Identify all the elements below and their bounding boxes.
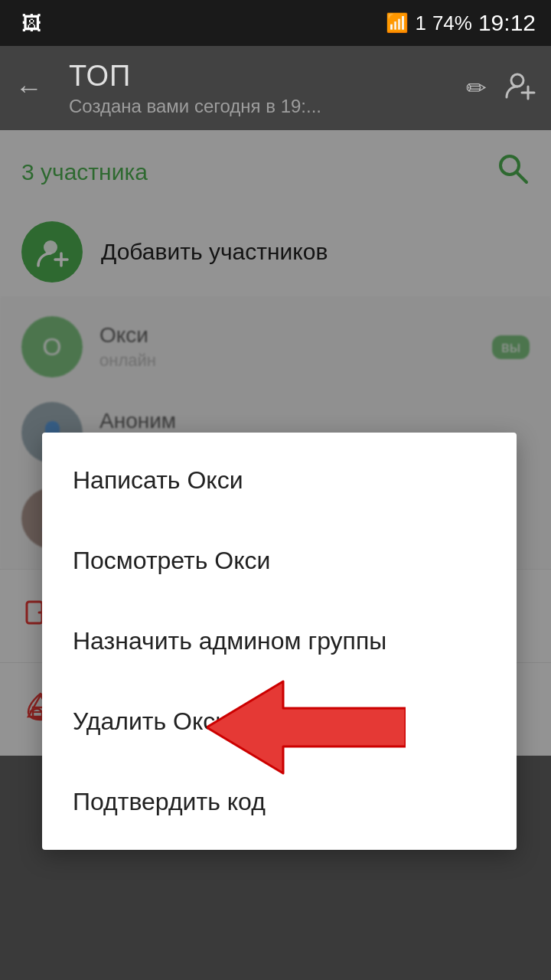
battery-level: 74%: [432, 11, 472, 35]
photo-icon: 🖼: [21, 11, 41, 35]
page-title: ТОП: [69, 60, 451, 93]
status-bar: 🖼 📶 1 74% 19:12: [0, 0, 551, 46]
arrow-annotation: [207, 666, 406, 789]
edit-button[interactable]: ✏: [466, 74, 487, 103]
svg-point-0: [511, 74, 523, 87]
main-content: 3 участника Добавить участников О Окси: [0, 130, 551, 756]
add-person-button[interactable]: [505, 70, 536, 106]
sim-indicator: 1: [415, 11, 425, 35]
header-actions: ✏: [466, 70, 536, 106]
header-title-group: ТОП Создана вами сегодня в 19:...: [69, 60, 451, 117]
status-icons: 📶 1 74% 19:12: [386, 10, 536, 36]
svg-marker-11: [207, 681, 406, 773]
wifi-icon: 📶: [386, 12, 409, 34]
back-button[interactable]: ←: [15, 72, 54, 104]
clock: 19:12: [478, 10, 536, 36]
page-subtitle: Создана вами сегодня в 19:...: [69, 96, 451, 117]
status-bar-left: 🖼: [15, 11, 377, 35]
context-menu-item-write[interactable]: Написать Окси: [42, 440, 517, 521]
header: ← ТОП Создана вами сегодня в 19:... ✏: [0, 46, 551, 130]
context-menu-item-view[interactable]: Посмотреть Окси: [42, 521, 517, 601]
